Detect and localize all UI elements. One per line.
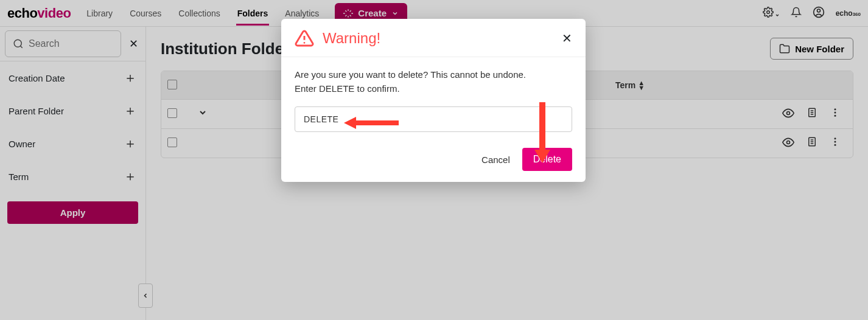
- modal-close-button[interactable]: ✕: [562, 31, 572, 46]
- modal-message: Are you sure you want to delete? This ca…: [295, 68, 572, 96]
- svg-point-22: [304, 42, 306, 44]
- modal-header: Warning! ✕: [281, 19, 586, 57]
- annotation-arrow-input: [344, 116, 399, 132]
- warning-icon: [295, 29, 314, 48]
- delete-confirm-input[interactable]: [295, 106, 572, 132]
- svg-marker-24: [534, 102, 550, 163]
- modal-title: Warning!: [323, 30, 380, 47]
- annotation-arrow-delete: [533, 102, 551, 165]
- svg-marker-23: [344, 117, 399, 129]
- cancel-button[interactable]: Cancel: [481, 155, 510, 165]
